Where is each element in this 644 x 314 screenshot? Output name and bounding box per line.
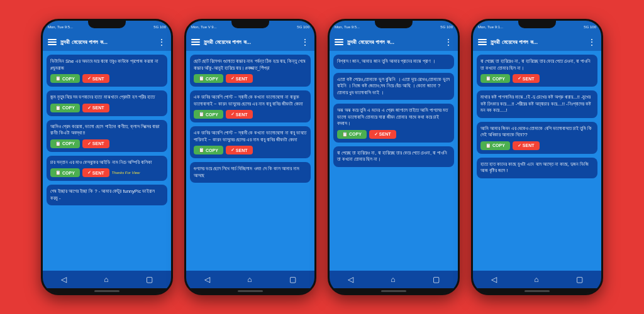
copy-icon: 📋 (55, 141, 61, 146)
card-text: এতো কষ্ট পেয়েও,তোমাকে ভুল বুঝিনি । এতো … (337, 77, 450, 97)
sent-button[interactable]: ✓SENT (226, 74, 253, 83)
home-nav-icon[interactable]: ⌂ (391, 275, 395, 284)
recents-nav-icon[interactable]: ▢ (289, 275, 296, 284)
card-actions: 📋COPY✓SENT (337, 130, 450, 139)
app-header: সুন্দরী মেয়েদের পাগল ক...⋮ (330, 33, 458, 51)
sent-button[interactable]: ✓SENT (82, 139, 109, 148)
sent-button[interactable]: ✓SENT (513, 141, 540, 150)
sent-icon: ✓ (87, 141, 91, 146)
sent-button[interactable]: ✓SENT (82, 168, 109, 177)
app-title: সুন্দরী মেয়েদের পাগল ক... (347, 39, 440, 46)
copy-button[interactable]: 📋COPY (50, 104, 80, 112)
card-text: যা পেয়েছ তা হারিয়েও না, যা হারিয়েছ তা… (480, 58, 594, 72)
sent-button[interactable]: ✓SENT (226, 146, 253, 154)
copy-icon: 📋 (342, 132, 348, 137)
recents-nav-icon[interactable]: ▢ (433, 275, 440, 284)
app-header: সুন্দরী মেয়েদের পাগল ক...⋮ (43, 33, 171, 51)
content-area: ভিটামিন She এর অভাবে মরে যাবো তবুও কাউকে… (43, 51, 171, 271)
hamburger-icon[interactable] (191, 39, 200, 45)
copy-icon: 📋 (55, 106, 61, 111)
card-actions: 📋COPY✓SENT (194, 74, 307, 83)
card-text: এক ডাবির আবেগি পোস্ট ~ স্বামী কে কখনো ভা… (194, 94, 307, 107)
app-title: সুন্দরী মেয়েদের পাগল ক... (60, 39, 153, 46)
home-indicator (473, 288, 601, 293)
home-nav-icon[interactable]: ⌂ (534, 275, 538, 284)
sent-button[interactable]: ✓SENT (369, 130, 396, 139)
status-time: Mon, Tue V 9... (191, 25, 217, 29)
status-right: 5G 100 (440, 25, 453, 29)
phone-4: Mon, Tue 9:1...5G 100সুন্দরী মেয়েদের পা… (471, 19, 603, 295)
status-time: Mon, Tue 9:1... (478, 25, 503, 29)
list-item: গুগলের ভয়ে ছেলে লিখে সার্চ দিচ্ছিলাম ওম… (190, 162, 311, 183)
card-actions: 📋COPY✓SENTThanks For View (50, 168, 164, 177)
hamburger-icon[interactable] (48, 39, 57, 45)
sent-button[interactable]: ✓SENT (82, 104, 109, 112)
app-title: সুন্দরী মেয়েদের পাগল ক... (491, 39, 584, 46)
recents-nav-icon[interactable]: ▢ (576, 275, 583, 284)
copy-button[interactable]: 📋COPY (194, 110, 223, 119)
sent-icon: ✓ (518, 143, 521, 148)
hamburger-icon[interactable] (478, 39, 487, 45)
list-item: আমি আমার জিবন এর থেকেও তোমাকে বেশি ভালোব… (477, 122, 597, 154)
copy-icon: 📋 (486, 143, 491, 148)
copy-icon: 📋 (55, 76, 61, 81)
home-nav-icon[interactable]: ⌂ (104, 275, 108, 284)
copy-button[interactable]: 📋COPY (50, 168, 80, 177)
card-text: বিশ্বাস ! জান, আমার জান তুমি আমার প্রানে… (337, 58, 450, 65)
recents-nav-icon[interactable]: ▢ (146, 275, 153, 284)
sent-icon: ✓ (87, 106, 91, 111)
back-nav-icon[interactable]: ◁ (204, 275, 210, 284)
phone-notch (518, 21, 556, 28)
sent-button[interactable]: ✓SENT (226, 110, 253, 119)
copy-button[interactable]: 📋COPY (480, 141, 510, 150)
more-options-icon[interactable]: ⋮ (157, 37, 166, 47)
app-header: সুন্দরী মেয়েদের পাগল ক...⋮ (473, 33, 601, 51)
sent-icon: ✓ (87, 76, 91, 81)
copy-button[interactable]: 📋COPY (50, 74, 80, 83)
list-item: শেষ ইচ্ছার আগের ইচ্ছা কি ? - আমার বেস্টু… (47, 185, 167, 205)
copy-button[interactable]: 📋COPY (480, 74, 510, 83)
card-text: আমি আমার জিবন এর থেকেও তোমাকে বেশি ভালোব… (480, 126, 594, 139)
copy-button[interactable]: 📋COPY (337, 130, 367, 139)
card-text: যা পেয়েছ তা হারিয়েও না, যা হারিয়েছ তা… (337, 150, 450, 163)
back-nav-icon[interactable]: ◁ (348, 275, 353, 284)
content-area: যা পেয়েছ তা হারিয়েও না, যা হারিয়েছ তা… (473, 51, 601, 271)
thanks-label: Thanks For View (112, 171, 140, 175)
copy-button[interactable]: 📋COPY (50, 139, 80, 148)
back-nav-icon[interactable]: ◁ (61, 275, 67, 284)
home-nav-icon[interactable]: ⌂ (247, 275, 252, 284)
card-text: জন্ম মৃত্যু বিয়ে সব ভগবানের হাতে মাঝখান… (50, 94, 164, 101)
bottom-nav: ◁⌂▢ (186, 271, 314, 288)
card-actions: 📋COPY✓SENT (50, 104, 164, 112)
card-text: এক ডাবির আবেগি পোস্ট ~ স্বামী কে কখনো ভা… (194, 130, 307, 143)
content-area: ছোট ছোট রিলেশন গুলোতে বাচ্চার নাম পর্যন্… (186, 51, 314, 271)
phone-notch (375, 21, 413, 28)
sent-icon: ✓ (231, 148, 235, 153)
copy-button[interactable]: 📋COPY (194, 146, 223, 154)
card-actions: 📋COPY✓SENT (480, 74, 594, 83)
card-text: ভিটামিন She এর অভাবে মরে যাবো তবুও কাউকে… (50, 58, 164, 72)
list-item: ছোট ছোট রিলেশন গুলোতে বাচ্চার নাম পর্যন্… (190, 55, 311, 87)
home-indicator (330, 288, 458, 293)
hamburger-icon[interactable] (335, 39, 343, 45)
card-text: অঝ অঝ করে তুমি এ মনের এ প্রেম জাগালে তাই… (337, 107, 450, 127)
phone-1: Mon, Tue 9:5...5G 100সুন্দরী মেয়েদের পা… (41, 19, 173, 295)
card-actions: 📋COPY✓SENT (50, 139, 164, 148)
more-options-icon[interactable]: ⋮ (301, 37, 309, 47)
copy-button[interactable]: 📋COPY (194, 74, 223, 83)
more-options-icon[interactable]: ⋮ (587, 37, 596, 47)
status-right: 5G 100 (297, 25, 309, 29)
sent-button[interactable]: ✓SENT (82, 74, 109, 83)
sent-icon: ✓ (518, 76, 521, 81)
sent-button[interactable]: ✓SENT (513, 74, 540, 83)
status-time: Mon, Tue 9:5... (335, 25, 360, 29)
home-indicator (186, 288, 314, 293)
copy-icon: 📋 (55, 170, 61, 175)
more-options-icon[interactable]: ⋮ (444, 37, 453, 47)
list-item: এক ডাবির আবেগি পোস্ট ~ স্বামী কে কখনো ভা… (190, 126, 311, 158)
phone-2: Mon, Tue V 9...5G 100সুন্দরী মেয়েদের পা… (184, 19, 316, 295)
bottom-nav: ◁⌂▢ (43, 271, 171, 288)
back-nav-icon[interactable]: ◁ (491, 275, 497, 284)
copy-icon: 📋 (486, 76, 491, 81)
list-item: আমিও প্রেম করেবো, ভালো ছেলে পাইনে! বাণীত… (47, 120, 167, 152)
